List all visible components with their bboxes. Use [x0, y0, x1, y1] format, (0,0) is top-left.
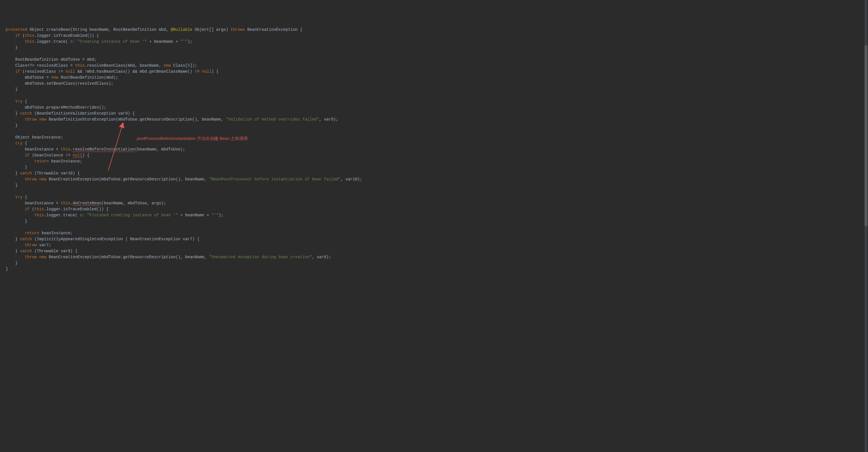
code-text: } — [6, 267, 8, 271]
keyword-this: this — [34, 207, 44, 211]
code-text: } — [6, 261, 18, 265]
code-text: (ImplicitlyAppearedSingletonException | … — [32, 237, 199, 242]
string-literal: "Finished creating instance of bean '" — [87, 213, 178, 218]
number-literal: 0 — [188, 63, 190, 68]
keyword-return: return — [34, 159, 49, 164]
method-resolveBeforeInstantiation: resolveBeforeInstantiation — [73, 147, 135, 152]
code-text: . — [70, 147, 73, 151]
code-text: .resolveBeanClass(mbd, beanName, — [85, 63, 163, 68]
code-text: beanInstance; — [39, 231, 73, 235]
code-text: , var9); — [319, 117, 338, 122]
keyword-catch: catch — [20, 237, 32, 242]
param-hint: o: — [68, 39, 78, 44]
code-text: ( — [30, 207, 34, 211]
code-text: ); — [188, 39, 192, 44]
code-text: (beanName, mbdToUse, args); — [101, 201, 166, 205]
code-text: Object createBean(String beanName, RootB… — [27, 27, 171, 32]
keyword-this: this — [34, 213, 44, 218]
code-text: , var8); — [312, 255, 331, 259]
keyword-try: try — [16, 195, 23, 199]
annotation-nullable: @Nullable — [171, 27, 192, 32]
code-text: beanInstance = — [6, 147, 61, 151]
code-text: } — [6, 183, 18, 188]
keyword-throw-new: throw new — [25, 255, 46, 259]
code-text: + beanName + — [147, 39, 181, 44]
code-text: { — [23, 99, 27, 104]
code-text: beanInstance; — [49, 159, 82, 164]
keyword-null: null — [202, 69, 212, 74]
method-doCreateBean: doCreateBean — [73, 201, 101, 206]
code-text: (beanInstance != — [30, 153, 73, 158]
keyword-new: new — [51, 75, 58, 80]
code-text: (resolvedClass != — [20, 69, 65, 74]
string-literal: "BeanPostProcessor before instantiation … — [209, 177, 341, 181]
code-text: (BeanDefinitionValidationException var9)… — [32, 111, 135, 116]
string-literal: "'" — [180, 39, 187, 44]
code-text: ]); — [190, 63, 197, 68]
code-text: (Throwable var8) { — [32, 249, 78, 253]
code-text: RootBeanDefinition mbdToUse = mbd; — [6, 57, 97, 62]
code-text: && !mbd.hasBeanClass() && mbd.getBeanCla… — [75, 69, 202, 74]
keyword-return: return — [25, 231, 39, 235]
code-text: .logger.trace( — [44, 213, 78, 218]
code-text: (beanName, mbdToUse); — [135, 147, 185, 151]
code-text: Class<?> resolvedClass = — [6, 63, 75, 68]
code-text: BeanCreationException(mbdToUse.getResour… — [46, 177, 209, 181]
code-text: beanInstance = — [6, 201, 61, 205]
code-text: } — [6, 87, 18, 92]
code-text: mbdToUse = — [6, 75, 51, 80]
keyword-null: null — [73, 153, 82, 158]
code-text: Object[] args) — [192, 27, 230, 32]
keyword-null: null — [65, 69, 75, 74]
code-text: .logger.trace( — [34, 39, 68, 44]
keyword-catch: catch — [20, 171, 32, 175]
code-text: (Throwable var10) { — [32, 171, 80, 175]
code-text: , var10); — [341, 177, 362, 181]
code-text: .logger.isTraceEnabled()) { — [44, 207, 108, 211]
code-text: ); — [219, 213, 223, 218]
code-text: } — [6, 165, 27, 170]
keyword-this: this — [61, 201, 70, 205]
code-text: Object beanInstance; — [6, 135, 63, 140]
keyword-this: this — [75, 63, 85, 68]
keyword-if: if — [25, 207, 30, 211]
code-text: } — [6, 45, 18, 50]
keyword-try: try — [16, 99, 23, 104]
code-text: var7; — [37, 243, 51, 247]
code-text: .logger.isTraceEnabled()) { — [34, 33, 99, 38]
keyword-throw: throw — [25, 243, 37, 247]
keyword-this: this — [25, 33, 34, 38]
code-editor[interactable]: protected Object createBean(String beanN… — [6, 27, 862, 272]
code-text: Class[ — [171, 63, 188, 68]
code-text: { — [23, 195, 27, 199]
code-text: } — [6, 123, 18, 128]
string-literal: "Unexpected exception during bean creati… — [209, 255, 312, 259]
code-text: mbdToUse.prepareMethodOverrides(); — [6, 105, 106, 110]
code-text: BeanDefinitionStoreException(mbdToUse.ge… — [46, 117, 226, 122]
keyword-if: if — [16, 33, 20, 38]
keyword-throw-new: throw new — [25, 117, 46, 122]
keyword-catch: catch — [20, 111, 32, 116]
code-text: ) { — [212, 69, 219, 74]
vertical-scrollbar[interactable] — [865, 0, 867, 341]
code-text: RootBeanDefinition(mbd); — [58, 75, 118, 80]
keyword-this: this — [61, 147, 70, 151]
keyword-try: try — [16, 141, 23, 146]
string-literal: "Creating instance of bean '" — [78, 39, 147, 44]
code-text: BeanCreationException { — [245, 27, 303, 32]
keyword-catch: catch — [20, 249, 32, 253]
code-text: } — [6, 219, 27, 223]
keyword-throw-new: throw new — [25, 177, 46, 181]
annotation-text: postProcessBeforeInstantiation 方法在创建 Bea… — [137, 135, 248, 142]
scrollbar-thumb[interactable] — [865, 45, 867, 226]
keyword-if: if — [16, 69, 20, 74]
code-text: mbdToUse.setBeanClass(resolvedClass); — [6, 81, 113, 86]
keyword-protected: protected — [6, 27, 27, 32]
keyword-throws: throws — [231, 27, 245, 32]
code-text: ( — [20, 33, 25, 38]
string-literal: "Validation of method overrides failed" — [226, 117, 319, 122]
code-text: ) { — [82, 153, 89, 158]
keyword-this: this — [25, 39, 34, 44]
param-hint: o: — [78, 213, 87, 218]
code-text: + beanName + — [178, 213, 212, 218]
